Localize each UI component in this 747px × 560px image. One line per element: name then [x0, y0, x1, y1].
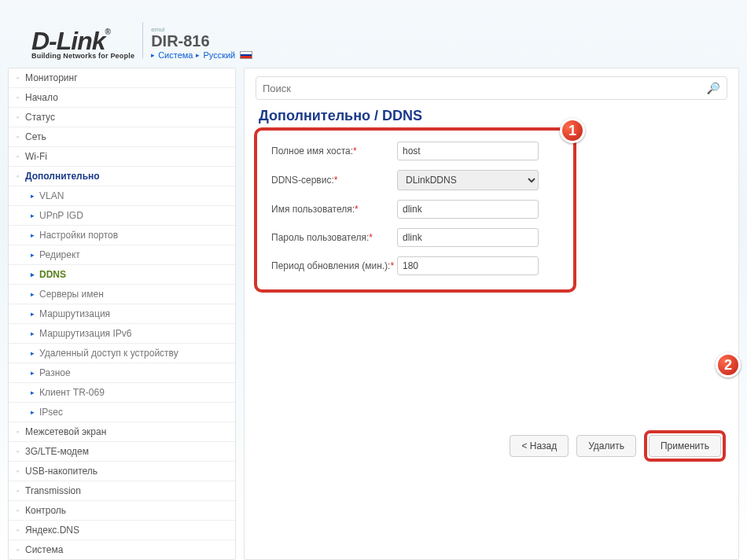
sidebar-item-wifi[interactable]: ◦Wi-Fi [9, 147, 235, 167]
apply-button[interactable]: Применить [649, 435, 721, 457]
chevron-icon: ◦ [15, 449, 20, 455]
back-button[interactable]: < Назад [510, 435, 569, 457]
sidebar-item-label: Серверы имен [39, 289, 104, 300]
main-panel: 🔍 Дополнительно / DDNS Полное имя хоста:… [244, 68, 739, 560]
sidebar-item-yandexdns[interactable]: ◦Яндекс.DNS [9, 521, 235, 540]
sidebar-item-net[interactable]: ◦Сеть [9, 127, 235, 147]
flag-ru-icon [240, 51, 252, 59]
sidebar-item-label: DDNS [39, 269, 66, 280]
chevron-icon: ◦ [15, 95, 20, 101]
chevron-icon: ◦ [15, 134, 20, 140]
period-label: Период обновления (мин.):* [271, 260, 397, 271]
chevron-right-icon: ▸ [31, 290, 35, 298]
sidebar-sub-misc[interactable]: ▸Разное [9, 363, 235, 383]
sidebar-item-label: 3G/LTE-модем [25, 446, 89, 457]
sidebar-item-label: VLAN [39, 190, 64, 201]
sidebar-sub-remote[interactable]: ▸Удаленный доступ к устройству [9, 344, 235, 363]
hostname-input[interactable] [397, 142, 539, 160]
hostname-label: Полное имя хоста:* [271, 146, 397, 157]
username-label: Имя пользователя:* [271, 204, 397, 215]
username-input[interactable] [397, 200, 539, 219]
sidebar-item-label: Удаленный доступ к устройству [39, 348, 178, 359]
breadcrumb: ▸ Система ▸ Русский [151, 50, 252, 60]
sidebar: ◦Мониторинг ◦Начало ◦Статус ◦Сеть ◦Wi-Fi… [8, 68, 236, 560]
sidebar-item-label: Контроль [25, 505, 66, 516]
sidebar-item-label: Система [25, 544, 63, 555]
sidebar-item-start[interactable]: ◦Начало [9, 88, 235, 108]
sidebar-sub-nameservers[interactable]: ▸Серверы имен [9, 285, 235, 304]
sidebar-item-label: Маршрутизация IPv6 [39, 328, 131, 339]
service-select[interactable]: DLinkDDNS [397, 170, 539, 190]
sidebar-sub-ipsec[interactable]: ▸IPsec [9, 403, 235, 422]
chevron-right-icon: ▸ [196, 51, 200, 59]
chevron-right-icon: ▸ [31, 408, 35, 416]
header: D-Link® Building Networks for People emu… [0, 0, 747, 68]
sidebar-item-label: Статус [25, 112, 55, 123]
chevron-icon: ◦ [15, 469, 20, 474]
sidebar-item-firewall[interactable]: ◦Межсетевой экран [9, 422, 235, 442]
sidebar-item-3g[interactable]: ◦3G/LTE-модем [9, 442, 235, 462]
sidebar-item-control[interactable]: ◦Контроль [9, 501, 235, 521]
sidebar-item-label: Межсетевой экран [25, 426, 106, 437]
sidebar-sub-tr069[interactable]: ▸Клиент TR-069 [9, 383, 235, 403]
form-highlight-frame: Полное имя хоста:* DDNS-сервис:* DLinkDD… [254, 127, 576, 293]
sidebar-item-label: UPnP IGD [39, 210, 83, 221]
sidebar-item-label: Яндекс.DNS [25, 525, 79, 536]
chevron-right-icon: ▸ [31, 310, 35, 318]
sidebar-item-label: Wi-Fi [25, 151, 47, 162]
sidebar-sub-redirect[interactable]: ▸Редирект [9, 245, 235, 265]
search-icon: 🔍 [707, 82, 720, 94]
sidebar-item-label: Мониторинг [25, 72, 78, 83]
sidebar-item-label: USB-накопитель [25, 466, 98, 477]
sidebar-item-label: Настройки портов [39, 230, 118, 241]
sidebar-sub-upnp[interactable]: ▸UPnP IGD [9, 206, 235, 226]
search-box[interactable]: 🔍 [256, 76, 727, 100]
sidebar-sub-vlan[interactable]: ▸VLAN [9, 186, 235, 206]
page-title: Дополнительно / DDNS [259, 108, 724, 124]
button-row: < Назад Удалить Применить [510, 430, 726, 462]
model-block: emul DIR-816 ▸ Система ▸ Русский [151, 26, 252, 60]
period-input[interactable] [397, 256, 539, 275]
chevron-right-icon: ▸ [31, 349, 35, 357]
chevron-icon: ◦ [15, 547, 20, 553]
chevron-right-icon: ▸ [31, 389, 35, 396]
model-name: DIR-816 [151, 33, 252, 49]
sidebar-sub-ddns[interactable]: ▸DDNS [9, 265, 235, 285]
sidebar-item-label: IPsec [39, 407, 63, 418]
chevron-icon: ◦ [15, 528, 20, 533]
chevron-icon: ◦ [15, 508, 20, 514]
sidebar-item-usb[interactable]: ◦USB-накопитель [9, 462, 235, 481]
chevron-right-icon: ▸ [31, 369, 35, 377]
annotation-marker-1: 1 [560, 118, 585, 143]
password-label: Пароль пользователя:* [271, 232, 397, 243]
chevron-right-icon: ▸ [31, 231, 35, 239]
chevron-icon: ◦ [15, 76, 20, 81]
sidebar-item-status[interactable]: ◦Статус [9, 108, 235, 127]
chevron-right-icon: ▸ [31, 251, 35, 259]
chevron-icon: ◦ [15, 429, 20, 435]
password-input[interactable] [397, 228, 539, 247]
sidebar-item-label: Transmission [25, 485, 81, 496]
sidebar-item-system[interactable]: ◦Система [9, 540, 235, 559]
chevron-icon: ◦ [15, 174, 20, 179]
sidebar-sub-routing[interactable]: ▸Маршрутизация [9, 304, 235, 324]
sidebar-sub-routing6[interactable]: ▸Маршрутизация IPv6 [9, 324, 235, 344]
sidebar-item-transmission[interactable]: ◦Transmission [9, 481, 235, 501]
chevron-icon: ◦ [15, 115, 20, 120]
search-input[interactable] [263, 83, 707, 94]
logo-text: D-Link® [31, 28, 110, 53]
sidebar-item-label: Сеть [25, 131, 46, 142]
sidebar-sub-ports[interactable]: ▸Настройки портов [9, 226, 235, 245]
service-label: DDNS-сервис:* [271, 175, 397, 186]
annotation-marker-2: 2 [716, 352, 741, 378]
delete-button[interactable]: Удалить [576, 435, 636, 457]
chevron-right-icon: ▸ [31, 192, 35, 200]
breadcrumb-lang[interactable]: Русский [203, 50, 235, 60]
sidebar-item-label: Разное [39, 367, 71, 378]
sidebar-item-monitoring[interactable]: ◦Мониторинг [9, 68, 235, 88]
sidebar-item-label: Маршрутизация [39, 308, 110, 319]
chevron-icon: ◦ [15, 154, 20, 160]
sidebar-item-advanced[interactable]: ◦Дополнительно [9, 167, 235, 186]
sidebar-item-label: Дополнительно [25, 171, 100, 182]
breadcrumb-system[interactable]: Система [158, 50, 193, 60]
